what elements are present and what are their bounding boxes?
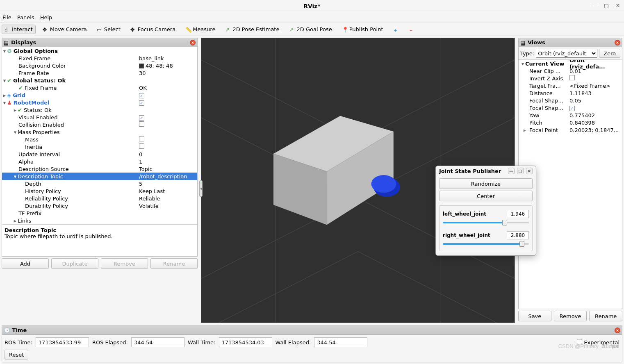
prop-status-fixed-frame[interactable]: Fixed Frame	[25, 85, 57, 91]
duplicate-button[interactable]: Duplicate	[51, 258, 98, 269]
tool-2d-pose-estimate[interactable]: ↗ 2D Pose Estimate	[222, 25, 282, 34]
checkbox-visual-enabled[interactable]	[139, 115, 144, 121]
tool-focus-camera[interactable]: ✥ Focus Camera	[128, 25, 178, 34]
jsp-minimize-icon[interactable]: —	[508, 168, 515, 174]
checkbox[interactable]	[569, 75, 575, 80]
jsp-titlebar[interactable]: Joint State Publisher — ▢ ✕	[436, 166, 536, 176]
joint-slider[interactable]	[443, 220, 529, 225]
views-prop[interactable]: Focal Shap...	[519, 98, 568, 104]
views-val[interactable]: 0.20023; 0.1847...	[568, 127, 622, 133]
views-panel-close-icon[interactable]: ×	[615, 40, 620, 46]
views-zero-button[interactable]: Zero	[599, 49, 620, 58]
splitter-handle[interactable]: ◂	[199, 180, 203, 197]
prop-description-topic[interactable]: Description Topic	[18, 173, 63, 180]
views-rename-button[interactable]: Rename	[589, 311, 622, 321]
item-global-status[interactable]: Global Status: Ok	[13, 77, 66, 84]
time-panel-close-icon[interactable]: ×	[615, 328, 620, 333]
val-background-color[interactable]: 48; 48; 48	[146, 63, 173, 69]
displays-panel-header[interactable]: ▤ Displays ×	[2, 38, 197, 47]
prop-mass[interactable]: Mass	[25, 136, 39, 143]
views-val[interactable]: 0.840398	[568, 120, 622, 126]
item-mass-properties[interactable]: Mass Properties	[18, 129, 60, 135]
views-val[interactable]: 0.01	[568, 68, 622, 74]
window-close-icon[interactable]: ✕	[614, 2, 622, 9]
val-update-interval[interactable]: 0	[137, 151, 197, 157]
rename-button[interactable]: Rename	[150, 258, 198, 269]
item-robot-model[interactable]: RobotModel	[14, 100, 50, 106]
expander-icon[interactable]: ▾	[520, 61, 525, 67]
jsp-randomize-button[interactable]: Randomize	[439, 178, 533, 189]
window-minimize-icon[interactable]: —	[591, 2, 599, 9]
prop-durability-policy[interactable]: Durability Policy	[25, 203, 68, 209]
prop-history-policy[interactable]: History Policy	[25, 188, 61, 194]
tool-remove[interactable]: －	[405, 25, 417, 34]
expander-icon[interactable]: ▾	[13, 129, 18, 135]
prop-visual-enabled[interactable]: Visual Enabled	[18, 114, 57, 121]
tool-publish-point[interactable]: 📍 Publish Point	[339, 25, 386, 34]
joint-slider[interactable]	[443, 241, 529, 247]
val-description-topic[interactable]: /robot_description	[137, 173, 197, 180]
views-prop[interactable]: Distance	[519, 90, 568, 96]
checkbox-mass[interactable]	[139, 136, 144, 141]
ros-time-field[interactable]	[36, 337, 89, 347]
views-prop[interactable]: Pitch	[519, 120, 568, 126]
views-val[interactable]: 1.11843	[568, 90, 622, 96]
prop-tf-prefix[interactable]: TF Prefix	[18, 210, 41, 216]
checkbox-robot-model[interactable]	[139, 100, 144, 106]
checkbox-grid[interactable]	[139, 93, 144, 98]
views-prop[interactable]: ▸Focal Point	[519, 127, 568, 133]
views-prop[interactable]: Yaw	[519, 112, 568, 118]
checkbox-inertia[interactable]	[139, 143, 144, 149]
window-maximize-icon[interactable]: ▢	[603, 2, 610, 9]
joint-state-publisher-window[interactable]: Joint State Publisher — ▢ ✕ Randomize Ce…	[435, 166, 536, 256]
views-val[interactable]: <Fixed Frame>	[568, 83, 622, 89]
prop-reliability-policy[interactable]: Reliability Policy	[25, 196, 68, 202]
item-grid[interactable]: Grid	[13, 92, 25, 98]
val-alpha[interactable]: 1	[137, 159, 197, 165]
prop-inertia[interactable]: Inertia	[25, 144, 42, 150]
views-panel-header[interactable]: ▤ Views ×	[519, 38, 622, 47]
jsp-close-icon[interactable]: ✕	[526, 168, 533, 174]
displays-tree[interactable]: ▾⚙ Global Options Fixed Framebase_link B…	[2, 47, 197, 224]
views-remove-button[interactable]: Remove	[554, 311, 587, 321]
val-durability-policy[interactable]: Volatile	[137, 203, 197, 209]
jsp-maximize-icon[interactable]: ▢	[517, 168, 524, 174]
prop-description-source[interactable]: Description Source	[18, 166, 69, 172]
views-prop[interactable]: Focal Shap...	[519, 105, 568, 111]
val-depth[interactable]: 5	[137, 181, 197, 187]
checkbox-collision-enabled[interactable]	[139, 121, 144, 127]
val-description-source[interactable]: Topic	[137, 166, 197, 172]
remove-button[interactable]: Remove	[101, 258, 148, 269]
checkbox[interactable]	[569, 106, 575, 111]
item-status-ok[interactable]: Status: Ok	[24, 107, 52, 113]
jsp-center-button[interactable]: Center	[439, 191, 533, 201]
prop-depth[interactable]: Depth	[25, 181, 41, 187]
prop-fixed-frame[interactable]: Fixed Frame	[18, 55, 50, 61]
val-frame-rate[interactable]: 30	[137, 70, 197, 76]
ros-elapsed-field[interactable]	[131, 337, 184, 347]
views-val[interactable]	[568, 105, 622, 111]
wall-elapsed-field[interactable]	[314, 337, 367, 347]
tool-2d-goal-pose[interactable]: ↗ 2D Goal Pose	[286, 25, 335, 34]
item-global-options[interactable]: Global Options	[14, 48, 58, 54]
tool-add[interactable]: ＋	[390, 25, 401, 34]
views-prop[interactable]: Invert Z Axis	[519, 75, 568, 82]
joint-value[interactable]: 1.946	[507, 210, 529, 218]
expander-icon[interactable]: ▸	[13, 107, 18, 113]
displays-panel-close-icon[interactable]: ×	[190, 40, 196, 46]
expander-icon[interactable]: ▾	[13, 173, 18, 180]
tool-interact[interactable]: ☝ Interact	[2, 25, 36, 34]
joint-value[interactable]: 2.880	[507, 231, 529, 239]
item-links[interactable]: Links	[18, 218, 31, 224]
reset-button[interactable]: Reset	[5, 350, 28, 359]
time-panel-header[interactable]: 🕓 Time ×	[2, 326, 622, 335]
expander-icon[interactable]: ▾	[2, 77, 7, 84]
views-prop[interactable]: Near Clip ...	[519, 68, 568, 74]
expander-icon[interactable]: ▸	[13, 218, 18, 224]
expander-icon[interactable]: ▾	[2, 100, 7, 106]
views-save-button[interactable]: Save	[518, 311, 551, 321]
val-reliability-policy[interactable]: Reliable	[137, 196, 197, 202]
tool-measure[interactable]: 📏 Measure	[182, 25, 218, 34]
views-val[interactable]	[568, 75, 622, 82]
expander-icon[interactable]: ▸	[2, 92, 7, 98]
